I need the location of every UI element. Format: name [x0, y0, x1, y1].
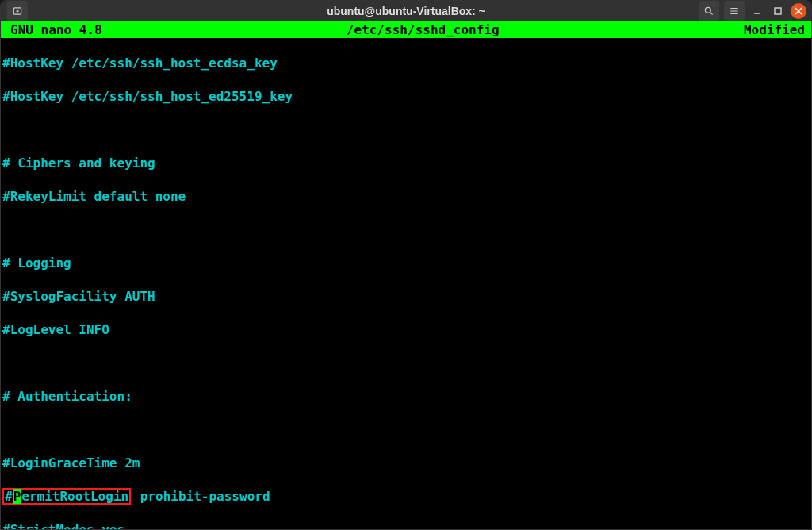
nano-filename: /etc/ssh/sshd_config: [102, 21, 744, 38]
code-line: #LoginGraceTime 2m: [2, 455, 810, 471]
editor-area[interactable]: #HostKey /etc/ssh/ssh_host_ecdsa_key #Ho…: [1, 38, 811, 530]
minimize-button[interactable]: [749, 3, 765, 19]
svg-rect-7: [775, 8, 781, 14]
code-line-permitrootlogin: #PermitRootLogin prohibit-password: [2, 488, 810, 505]
search-button[interactable]: [699, 1, 719, 21]
close-button[interactable]: [791, 3, 806, 19]
maximize-button[interactable]: [770, 3, 786, 19]
code-line: #HostKey /etc/ssh/ssh_host_ed25519_key: [2, 88, 810, 105]
code-line: #SyslogFacility AUTH: [2, 288, 810, 305]
code-line: # Logging: [2, 255, 810, 271]
nano-version: GNU nano 4.8: [2, 21, 102, 38]
new-tab-button[interactable]: [7, 1, 28, 21]
code-line: #LogLevel INFO: [2, 321, 810, 338]
code-line: #HostKey /etc/ssh/ssh_host_ecdsa_key: [2, 55, 810, 71]
code-line: # Ciphers and keying: [2, 155, 810, 171]
svg-point-1: [705, 7, 710, 13]
svg-line-2: [710, 12, 712, 14]
code-line: #StrictModes yes: [2, 521, 810, 530]
menu-button[interactable]: [724, 1, 745, 21]
terminal-window: ubuntu@ubuntu-VirtualBox: ~ GNU nano 4.8…: [0, 0, 812, 530]
nano-header: GNU nano 4.8 /etc/ssh/sshd_config Modifi…: [1, 21, 811, 38]
titlebar: ubuntu@ubuntu-VirtualBox: ~: [1, 1, 811, 21]
nano-status: Modified: [744, 21, 810, 38]
code-line: #RekeyLimit default none: [2, 188, 810, 205]
cursor: P: [13, 489, 22, 504]
code-line: # Authentication:: [2, 388, 810, 405]
window-title: ubuntu@ubuntu-VirtualBox: ~: [1, 5, 811, 17]
highlight-box: #PermitRootLogin: [2, 488, 131, 505]
terminal-body[interactable]: GNU nano 4.8 /etc/ssh/sshd_config Modifi…: [1, 21, 811, 530]
